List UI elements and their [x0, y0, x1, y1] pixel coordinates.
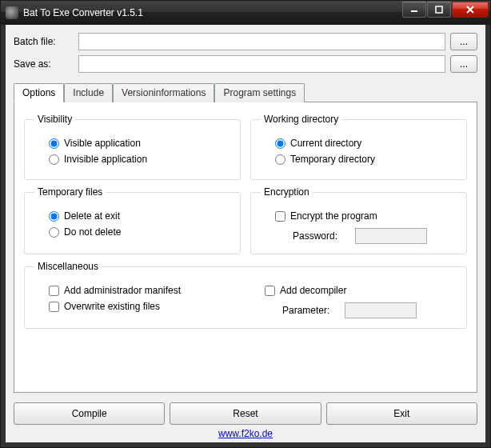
footer: www.f2ko.de — [14, 428, 477, 439]
compile-button[interactable]: Compile — [14, 402, 165, 425]
password-input[interactable] — [355, 228, 427, 244]
radio-temp[interactable] — [275, 154, 285, 165]
check-admin[interactable] — [49, 286, 59, 296]
radio-invisible-label: Invisible application — [64, 154, 147, 165]
radio-current-row[interactable]: Current directory — [275, 138, 457, 149]
radio-keep-row[interactable]: Do not delete — [49, 226, 230, 238]
check-encrypt[interactable] — [275, 211, 285, 222]
group-encryption: Encryption Encrypt the program Password: — [250, 186, 467, 254]
tabstrip: Options Include Versioninformations Prog… — [14, 82, 477, 102]
check-encrypt-label: Encrypt the program — [290, 210, 377, 222]
check-overwrite-row[interactable]: Overwrite existing files — [49, 301, 241, 312]
button-bar: Compile Reset Exit — [14, 402, 477, 425]
group-tempfiles: Temporary files Delete at exit Do not de… — [24, 186, 241, 254]
radio-current-label: Current directory — [290, 138, 361, 149]
svg-line-3 — [467, 6, 473, 13]
radio-delete[interactable] — [49, 211, 59, 222]
check-admin-row[interactable]: Add administrador manifest — [49, 285, 241, 296]
window-controls — [402, 2, 489, 18]
tab-versioninfo[interactable]: Versioninformations — [113, 83, 214, 102]
legend-workdir: Working directory — [261, 114, 341, 125]
batch-file-input[interactable] — [78, 33, 445, 50]
svg-line-2 — [467, 6, 473, 13]
close-button[interactable] — [452, 2, 489, 18]
save-as-input[interactable] — [78, 55, 445, 73]
legend-misc: Miscellaneous — [34, 261, 102, 272]
parameter-row: Parameter: — [282, 302, 457, 318]
minimize-button[interactable] — [402, 2, 426, 18]
radio-delete-label: Delete at exit — [64, 210, 120, 222]
batch-browse-button[interactable]: ... — [450, 33, 477, 50]
app-window: Bat To Exe Converter v1.5.1 Batch file: … — [0, 0, 491, 448]
password-label: Password: — [293, 230, 349, 242]
check-overwrite[interactable] — [49, 302, 59, 312]
password-row: Password: — [293, 228, 457, 244]
radio-invisible-row[interactable]: Invisible application — [49, 154, 230, 165]
window-title: Bat To Exe Converter v1.5.1 — [23, 7, 143, 18]
legend-encryption: Encryption — [261, 186, 313, 198]
legend-tempfiles: Temporary files — [34, 186, 106, 198]
parameter-input[interactable] — [345, 302, 417, 318]
group-misc: Miscellaneous Add administrador manifest… — [24, 261, 467, 329]
radio-visible-row[interactable]: Visible application — [49, 138, 230, 149]
tab-include[interactable]: Include — [64, 83, 113, 102]
check-encrypt-row[interactable]: Encrypt the program — [275, 210, 457, 222]
radio-current[interactable] — [275, 138, 285, 149]
svg-rect-1 — [436, 6, 442, 13]
saveas-browse-button[interactable]: ... — [450, 55, 477, 73]
radio-delete-row[interactable]: Delete at exit — [49, 210, 230, 222]
batch-file-label: Batch file: — [14, 36, 74, 47]
radio-keep[interactable] — [49, 227, 59, 238]
save-as-row: Save as: ... — [14, 55, 477, 73]
check-decompiler-label: Add decompiler — [280, 285, 346, 296]
reset-button[interactable]: Reset — [170, 402, 321, 425]
radio-visible-label: Visible application — [64, 138, 141, 149]
ellipsis-icon: ... — [460, 58, 468, 70]
radio-temp-row[interactable]: Temporary directory — [275, 154, 457, 165]
group-workdir: Working directory Current directory Temp… — [250, 114, 467, 180]
tab-options[interactable]: Options — [14, 83, 64, 102]
group-visibility: Visibility Visible application Invisible… — [24, 114, 241, 180]
check-overwrite-label: Overwrite existing files — [64, 301, 160, 312]
radio-invisible[interactable] — [49, 154, 59, 165]
client-area: Batch file: ... Save as: ... Options Inc… — [1, 25, 490, 447]
titlebar[interactable]: Bat To Exe Converter v1.5.1 — [1, 1, 490, 25]
maximize-button[interactable] — [427, 2, 451, 18]
parameter-label: Parameter: — [282, 305, 338, 316]
app-icon — [6, 6, 18, 19]
legend-visibility: Visibility — [34, 114, 75, 125]
tabpanel-options: Visibility Visible application Invisible… — [14, 102, 477, 393]
exit-button[interactable]: Exit — [326, 402, 477, 425]
check-admin-label: Add administrador manifest — [64, 285, 181, 296]
ellipsis-icon: ... — [460, 36, 468, 47]
tab-programsettings[interactable]: Program settings — [214, 83, 305, 102]
batch-file-row: Batch file: ... — [14, 33, 477, 50]
save-as-label: Save as: — [14, 58, 74, 70]
radio-temp-label: Temporary directory — [290, 154, 375, 165]
check-decompiler-row[interactable]: Add decompiler — [265, 285, 457, 296]
radio-keep-label: Do not delete — [64, 226, 121, 238]
radio-visible[interactable] — [49, 138, 59, 149]
footer-link[interactable]: www.f2ko.de — [218, 428, 273, 439]
check-decompiler[interactable] — [265, 286, 275, 296]
